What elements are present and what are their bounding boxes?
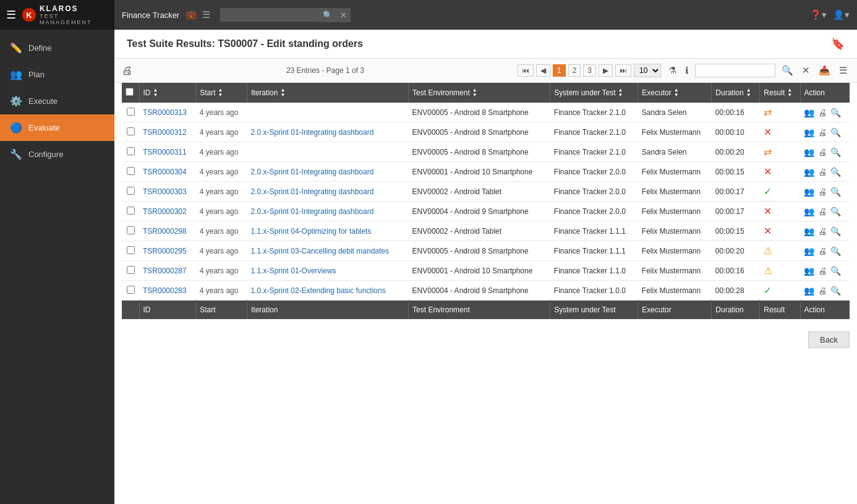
table-row: TSR0000298 4 years ago 1.1.x-Sprint 04-O…: [122, 221, 850, 241]
back-button[interactable]: Back: [808, 331, 850, 348]
sidebar-item-define[interactable]: ✏️ Define: [0, 35, 114, 61]
filter-icon[interactable]: ⚗: [666, 64, 679, 77]
row-id-link-7[interactable]: TSR0000295: [143, 247, 187, 255]
topbar-project: Finance Tracker: [122, 11, 179, 20]
row-id-link-0[interactable]: TSR0000313: [143, 108, 187, 117]
row-checkbox-3[interactable]: [127, 167, 135, 175]
sidebar-item-configure[interactable]: 🔧 Configure: [0, 141, 114, 168]
row-checkbox-1[interactable]: [127, 127, 135, 135]
row-id-link-2[interactable]: TSR0000311: [143, 148, 187, 156]
action-print-icon-9[interactable]: 🖨: [818, 286, 827, 296]
sidebar-item-evaluate[interactable]: 🔵 Evaluate: [0, 114, 114, 141]
action-assign-icon-1[interactable]: 👥: [804, 127, 814, 137]
action-print-icon-0[interactable]: 🖨: [818, 108, 827, 117]
action-print-icon-7[interactable]: 🖨: [818, 246, 827, 256]
th-result[interactable]: Result ▲▼: [760, 83, 800, 103]
page-3-button[interactable]: 3: [583, 64, 596, 77]
sidebar-item-execute[interactable]: ⚙️ Execute: [0, 88, 114, 114]
action-assign-icon-9[interactable]: 👥: [804, 286, 814, 296]
page-2-button[interactable]: 2: [568, 64, 581, 77]
project-icon2[interactable]: ☰: [202, 9, 210, 20]
th-iteration[interactable]: Iteration ▲▼: [247, 83, 409, 103]
menu-icon[interactable]: ☰: [6, 8, 16, 22]
action-assign-icon-2[interactable]: 👥: [804, 147, 814, 157]
row-checkbox-8[interactable]: [127, 266, 135, 274]
row-id-link-3[interactable]: TSR0000304: [143, 168, 187, 176]
sidebar-item-plan[interactable]: 👥 Plan: [0, 61, 114, 88]
action-print-icon-4[interactable]: 🖨: [818, 187, 827, 197]
row-checkbox-4[interactable]: [127, 187, 135, 195]
row-id-link-1[interactable]: TSR0000312: [143, 128, 187, 137]
action-search-icon-5[interactable]: 🔍: [830, 207, 841, 216]
row-id-link-6[interactable]: TSR0000298: [143, 227, 187, 236]
action-search-icon-8[interactable]: 🔍: [830, 266, 841, 276]
info-icon[interactable]: ℹ: [683, 64, 691, 77]
action-print-icon-8[interactable]: 🖨: [818, 266, 827, 276]
filter-search-input[interactable]: [695, 64, 775, 77]
action-assign-icon-8[interactable]: 👥: [804, 266, 814, 276]
action-search-icon-0[interactable]: 🔍: [830, 108, 841, 117]
action-search-icon-1[interactable]: 🔍: [830, 127, 841, 137]
th-start[interactable]: Start ▲▼: [196, 83, 247, 103]
filter-search-button[interactable]: 🔍: [779, 64, 796, 77]
action-assign-icon-3[interactable]: 👥: [804, 167, 814, 177]
th-test-env[interactable]: Test Environment ▲▼: [409, 83, 550, 103]
th-id[interactable]: ID ▲▼: [139, 83, 196, 103]
user-icon[interactable]: 👤▾: [833, 9, 850, 20]
row-checkbox-6[interactable]: [127, 226, 135, 234]
svg-text:K: K: [26, 11, 32, 20]
row-id-link-4[interactable]: TSR0000303: [143, 187, 187, 196]
search-input[interactable]: [220, 8, 319, 22]
action-assign-icon-7[interactable]: 👥: [804, 246, 814, 256]
print-icon[interactable]: 🖨: [122, 64, 133, 77]
action-search-icon-2[interactable]: 🔍: [830, 147, 841, 157]
action-search-icon-3[interactable]: 🔍: [830, 167, 841, 177]
row-start-4: 4 years ago: [196, 182, 247, 202]
select-all-checkbox[interactable]: [126, 88, 134, 96]
th-duration[interactable]: Duration ▲▼: [712, 83, 760, 103]
action-print-icon-6[interactable]: 🖨: [818, 226, 827, 236]
search-button[interactable]: 🔍: [319, 8, 336, 22]
action-print-icon-2[interactable]: 🖨: [818, 147, 827, 157]
action-assign-icon-4[interactable]: 👥: [804, 187, 814, 197]
sidebar-item-execute-label: Execute: [28, 96, 58, 106]
action-search-icon-6[interactable]: 🔍: [830, 226, 841, 236]
row-id-link-5[interactable]: TSR0000302: [143, 207, 187, 216]
th-system[interactable]: System under Test ▲▼: [550, 83, 638, 103]
export-icon[interactable]: 📥: [816, 64, 833, 77]
action-search-icon-4[interactable]: 🔍: [830, 187, 841, 197]
row-checkbox-9[interactable]: [127, 286, 135, 294]
th-executor[interactable]: Executor ▲▼: [638, 83, 712, 103]
row-id-link-9[interactable]: TSR0000283: [143, 286, 187, 295]
next-page-button[interactable]: ▶: [599, 64, 613, 77]
action-print-icon-5[interactable]: 🖨: [818, 207, 827, 216]
action-assign-icon-6[interactable]: 👥: [804, 226, 814, 236]
row-id-3: TSR0000304: [139, 162, 196, 182]
row-checkbox-2[interactable]: [127, 147, 135, 155]
last-page-button[interactable]: ⏭: [615, 64, 631, 77]
row-start-7: 4 years ago: [196, 241, 247, 261]
action-assign-icon-5[interactable]: 👥: [804, 207, 814, 216]
action-search-icon-7[interactable]: 🔍: [830, 246, 841, 256]
first-page-button[interactable]: ⏮: [518, 64, 534, 77]
project-icon1[interactable]: 💼: [185, 9, 197, 20]
row-id-0: TSR0000313: [139, 103, 196, 122]
columns-icon[interactable]: ☰: [837, 64, 850, 77]
table-row: TSR0000304 4 years ago 2.0.x-Sprint 01-I…: [122, 162, 850, 182]
prev-page-button[interactable]: ◀: [536, 64, 550, 77]
action-print-icon-3[interactable]: 🖨: [818, 167, 827, 177]
row-checkbox-5[interactable]: [127, 207, 135, 215]
page-size-select[interactable]: 10 25 50: [634, 64, 661, 77]
filter-clear-button[interactable]: ✕: [799, 64, 812, 77]
action-assign-icon-0[interactable]: 👥: [804, 108, 814, 117]
row-checkbox-7[interactable]: [127, 246, 135, 254]
action-print-icon-1[interactable]: 🖨: [818, 127, 827, 137]
row-checkbox-0[interactable]: [127, 108, 135, 116]
page-1-button[interactable]: 1: [553, 64, 566, 77]
row-checkbox-cell: [122, 221, 139, 241]
bookmark-icon[interactable]: 🔖: [831, 37, 845, 51]
action-search-icon-9[interactable]: 🔍: [830, 286, 841, 296]
search-clear-button[interactable]: ✕: [336, 8, 351, 22]
row-id-link-8[interactable]: TSR0000287: [143, 267, 187, 275]
help-icon[interactable]: ❓▾: [810, 9, 827, 20]
